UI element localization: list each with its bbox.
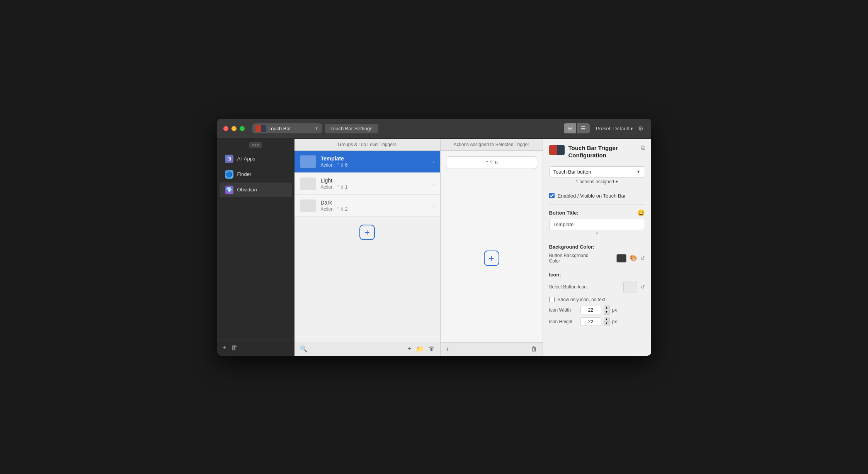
sidebar-delete-button[interactable]: 🗑 [231, 344, 238, 352]
add-trigger-button[interactable]: + [359, 225, 375, 240]
trigger-type-dropdown[interactable]: Touch Bar button ▼ [549, 166, 645, 177]
trigger-item-dark[interactable]: Dark Action: ⌃⇧ 2 › [294, 195, 440, 217]
icon-width-row: Icon Width ▲ ▼ px [549, 305, 645, 315]
add-trigger-button-container: + [294, 217, 440, 248]
trigger-action-dark: Action: ⌃⇧ 2 [321, 206, 429, 212]
config-window-button[interactable]: ⧉ [641, 144, 645, 151]
view-toggle: ⊞ ☰ [564, 123, 590, 133]
minimize-button[interactable] [231, 126, 237, 131]
icon-height-input[interactable] [580, 317, 601, 326]
config-header: Touch Bar TriggerConfiguration ⧉ [543, 139, 651, 163]
show-only-icon-checkbox[interactable] [549, 297, 555, 302]
icon-height-label: Icon Height [549, 319, 578, 324]
color-swatch[interactable] [616, 254, 626, 263]
actions-count-text: ⌃⇧ 6 [485, 160, 498, 165]
config-touch-bar-icon [549, 145, 565, 155]
toolbar: Touch Bar ▼ Touch Bar Settings ⊞ ☰ Prese… [252, 123, 645, 134]
finder-icon: 🔵 [225, 170, 233, 179]
trigger-item-light[interactable]: Light Action: ⌃⇧ 1 › [294, 173, 440, 195]
preset-label[interactable]: Preset: Default ▾ [596, 126, 633, 131]
bg-color-row: Button BackgroundColor 🎨 ↺ [549, 253, 645, 264]
groups-panel: Groups & Top Level Triggers Template Act… [294, 139, 441, 356]
color-reset-button[interactable]: ↺ [640, 255, 645, 261]
icon-width-input[interactable] [580, 306, 601, 314]
list-view-button[interactable]: ☰ [577, 123, 590, 133]
emoji-picker-button[interactable]: 😀 [637, 209, 645, 217]
sidebar-footer: + 🗑 [217, 339, 294, 356]
sidebar-item-obsidian-label: Obsidian [237, 187, 257, 193]
trigger-info-light: Light Action: ⌃⇧ 1 [321, 177, 429, 190]
groups-add-button[interactable]: + [408, 345, 411, 352]
divider-3 [549, 267, 645, 267]
trigger-item-template[interactable]: Template Action: ⌃⇧ 6 › [294, 151, 440, 173]
sidebar-item-all-apps[interactable]: ⊞ All Apps [220, 152, 292, 166]
trigger-name-dark: Dark [321, 199, 429, 206]
trigger-action-template: Action: ⌃⇧ 6 [321, 162, 429, 168]
divider-2 [549, 239, 645, 239]
icon-width-label: Icon Width [549, 307, 578, 313]
icon-reset-button[interactable]: ↺ [640, 284, 645, 290]
traffic-lights [223, 126, 245, 131]
actions-panel: Actions Assigned to Selected Trigger ⌃⇧ … [441, 139, 543, 356]
icon-width-increment[interactable]: ▲ [604, 305, 610, 310]
collapse-icon[interactable]: <<< [249, 142, 261, 148]
touch-bar-selector[interactable]: Touch Bar ▼ [252, 123, 322, 133]
groups-panel-header: Groups & Top Level Triggers [294, 139, 440, 151]
grid-view-button[interactable]: ⊞ [564, 123, 576, 133]
button-title-header: Button Title: 😀 [549, 209, 645, 217]
actions-count-badge: ⌃⇧ 6 [446, 156, 537, 169]
icon-selector-thumb[interactable] [623, 281, 637, 293]
select-icon-row: Select Button Icon: ↺ [549, 281, 645, 293]
icon-height-unit: px [612, 319, 617, 324]
groups-delete-button[interactable]: 🗑 [429, 345, 435, 352]
maximize-button[interactable] [240, 126, 245, 131]
actions-add-button-container: + [441, 174, 543, 342]
button-title-input[interactable] [549, 219, 645, 230]
groups-search-button[interactable]: 🔍 [300, 345, 308, 353]
icon-section-title: Icon: [549, 272, 645, 278]
main-window: Touch Bar ▼ Touch Bar Settings ⊞ ☰ Prese… [217, 119, 651, 356]
bg-color-label: Button BackgroundColor [549, 253, 613, 264]
trigger-chevron-light: › [433, 181, 435, 186]
bg-color-section-title: Background Color: [549, 244, 645, 250]
trigger-type-chevron-icon: ▼ [637, 169, 641, 174]
enabled-label: Enabled / Visible on Touch Bar [558, 193, 626, 199]
show-only-icon-label: Show only icon, no text [558, 297, 605, 302]
dot-indicator [549, 232, 645, 234]
touch-bar-settings-button[interactable]: Touch Bar Settings [325, 124, 378, 133]
close-button[interactable] [223, 126, 228, 131]
icon-height-decrement[interactable]: ▼ [604, 322, 610, 326]
enabled-checkbox[interactable] [549, 193, 555, 198]
sidebar-item-obsidian[interactable]: 💎 Obsidian [220, 182, 292, 197]
button-title-section: Button Title: 😀 [543, 206, 651, 237]
groups-folder-button[interactable]: 📁 [416, 345, 424, 353]
divider-1 [549, 204, 645, 205]
config-panel: Touch Bar TriggerConfiguration ⧉ Touch B… [543, 139, 651, 356]
dot [596, 232, 598, 234]
icon-width-decrement[interactable]: ▼ [604, 310, 610, 315]
color-wheel-button[interactable]: 🎨 [630, 254, 637, 262]
actions-add-button[interactable]: + [484, 251, 499, 266]
icon-height-stepper: ▲ ▼ [604, 317, 610, 326]
trigger-name-light: Light [321, 177, 429, 184]
settings-gear-button[interactable]: ⚙ [637, 123, 645, 134]
trigger-name-template: Template [321, 155, 429, 162]
touch-bar-icon [255, 125, 266, 132]
actions-add-footer-button[interactable]: + [446, 346, 449, 353]
actions-assigned-text[interactable]: 1 actions assigned + [549, 179, 645, 184]
button-title-field-label: Button Title: [549, 210, 579, 216]
obsidian-icon: 💎 [225, 186, 233, 194]
trigger-chevron-template: › [433, 159, 435, 164]
select-icon-label: Select Button Icon: [549, 284, 620, 290]
sidebar-item-finder[interactable]: 🔵 Finder [220, 167, 292, 182]
icon-height-increment[interactable]: ▲ [604, 317, 610, 322]
sidebar: <<< ⊞ All Apps 🔵 Finder 💎 Obsidian [217, 139, 294, 356]
titlebar: Touch Bar ▼ Touch Bar Settings ⊞ ☰ Prese… [217, 119, 651, 139]
sidebar-add-button[interactable]: + [223, 344, 227, 352]
trigger-list: Template Action: ⌃⇧ 6 › Light Action: ⌃⇧… [294, 151, 440, 342]
icon-width-stepper: ▲ ▼ [604, 305, 610, 315]
actions-delete-footer-button[interactable]: 🗑 [531, 346, 537, 353]
background-color-section: Background Color: Button BackgroundColor… [543, 241, 651, 265]
config-trigger-type-section: Touch Bar button ▼ 1 actions assigned + [543, 163, 651, 191]
actions-panel-header: Actions Assigned to Selected Trigger [441, 139, 543, 151]
